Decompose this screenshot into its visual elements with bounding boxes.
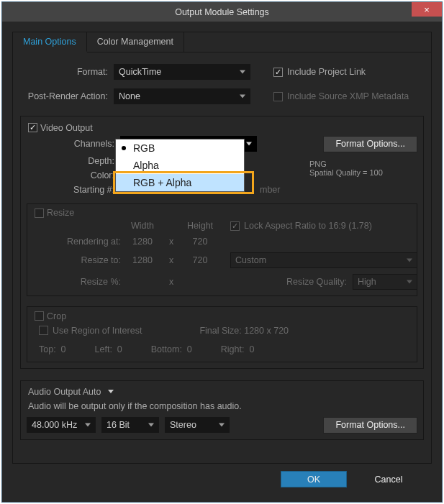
checkbox-icon: [273, 92, 283, 101]
channels-option-rgb-alpha[interactable]: RGB + Alpha: [116, 174, 244, 191]
lock-aspect[interactable]: Lock Aspect Ratio to 16:9 (1.78): [230, 221, 417, 231]
video-format-options-button[interactable]: Format Options...: [323, 136, 417, 152]
format-value: QuickTime: [119, 67, 161, 77]
chevron-down-icon: [240, 95, 245, 98]
video-output-label: Video Output: [40, 123, 93, 133]
height-header: Height: [178, 221, 222, 231]
main-panel: Main Options Color Management Format: Qu…: [12, 32, 432, 464]
chevron-down-icon: [108, 390, 114, 393]
resize-custom-value: Custom: [235, 255, 266, 265]
tab-bar: Main Options Color Management: [13, 32, 431, 52]
audio-group: Audio Output Auto Audio will be output o…: [20, 380, 424, 440]
resize-pct-label: Resize %:: [33, 277, 121, 287]
format-select[interactable]: QuickTime: [114, 64, 250, 80]
resize-quality-select[interactable]: High: [353, 274, 417, 290]
content: Main Options Color Management Format: Qu…: [2, 22, 442, 502]
crop-bottom-label: Bottom:: [151, 344, 182, 354]
width-header: Width: [121, 221, 164, 231]
x-sep3: x: [164, 277, 178, 287]
post-render-label: Post-Render Action:: [20, 91, 108, 101]
cancel-button[interactable]: Cancel: [360, 471, 417, 487]
window-title: Output Module Settings: [2, 7, 442, 17]
crop-bottom-value: 0: [187, 344, 192, 354]
audio-bits-select[interactable]: 16 Bit: [101, 417, 159, 433]
resize-title[interactable]: Resize: [32, 208, 77, 218]
crop-right-label: Right:: [221, 344, 245, 354]
ok-button[interactable]: OK: [281, 471, 347, 487]
starting-suffix: mber: [260, 185, 280, 195]
x-sep2: x: [164, 255, 178, 265]
resize-group: Resize Width Height Lock Aspect Ratio to…: [27, 203, 417, 297]
include-project-link[interactable]: Include Project Link: [273, 67, 366, 77]
crop-title[interactable]: Crop: [32, 311, 69, 321]
close-icon: ×: [424, 4, 430, 15]
titlebar: Output Module Settings ×: [2, 2, 442, 22]
post-render-value: None: [119, 91, 140, 101]
post-render-select[interactable]: None: [114, 88, 250, 104]
chevron-down-icon: [407, 280, 412, 284]
checkbox-icon: [28, 123, 37, 132]
checkbox-icon: [273, 68, 283, 77]
format-row: Format: QuickTime Include Project Link: [20, 64, 424, 80]
chevron-down-icon: [246, 142, 252, 145]
include-link-label: Include Project Link: [287, 67, 366, 77]
checkbox-icon: [39, 326, 48, 335]
resize-custom-select[interactable]: Custom: [230, 252, 417, 268]
channels-label: Channels:: [27, 139, 114, 149]
channels-dropdown-list: RGB Alpha RGB + Alpha: [115, 139, 245, 192]
audio-format-options-button[interactable]: Format Options...: [323, 417, 417, 434]
audio-rate-select[interactable]: 48.000 kHz: [27, 417, 96, 433]
dialog-window: Output Module Settings × Main Options Co…: [1, 1, 443, 503]
rendering-w: 1280: [121, 237, 164, 247]
video-output-group: Video Output Channels: RGB: [20, 116, 424, 369]
x-sep: x: [164, 237, 178, 247]
tab-color-management[interactable]: Color Management: [87, 32, 184, 52]
starting-label: Starting #:: [27, 185, 114, 195]
channels-option-rgb[interactable]: RGB: [116, 139, 244, 157]
depth-label: Depth:: [27, 156, 114, 166]
post-render-row: Post-Render Action: None Include Source …: [20, 88, 424, 104]
format-label: Format:: [20, 67, 108, 77]
chevron-down-icon: [219, 423, 225, 427]
channels-option-alpha[interactable]: Alpha: [116, 157, 244, 174]
checkbox-icon: [230, 221, 240, 231]
include-xmp-label: Include Source XMP Metadata: [287, 91, 409, 101]
checkbox-icon: [35, 311, 44, 321]
png-line2: Spatial Quality = 100: [309, 168, 417, 177]
footer-buttons: OK Cancel: [12, 464, 432, 498]
audio-rate: 48.000 kHz: [32, 420, 77, 430]
audio-title[interactable]: Audio Output Auto: [25, 387, 117, 397]
crop-left-value: 0: [117, 344, 122, 354]
crop-group: Crop Use Region of Interest Final Size: …: [27, 306, 417, 362]
use-roi-label: Use Region of Interest: [53, 326, 142, 336]
video-output-title[interactable]: Video Output: [25, 123, 96, 133]
crop-top-label: Top:: [39, 344, 56, 354]
crop-top-value: 0: [61, 344, 66, 354]
resize-w: 1280: [121, 255, 164, 265]
resize-grid: Width Height Lock Aspect Ratio to 16:9 (…: [33, 221, 411, 290]
rendering-h: 720: [178, 237, 222, 247]
crop-left-label: Left:: [95, 344, 112, 354]
audio-channels-select[interactable]: Stereo: [165, 417, 230, 433]
include-xmp[interactable]: Include Source XMP Metadata: [273, 91, 409, 101]
resize-label: Resize: [47, 208, 74, 218]
audio-bits: 16 Bit: [107, 420, 130, 430]
audio-channels: Stereo: [170, 420, 196, 430]
tab-main-options[interactable]: Main Options: [13, 32, 87, 52]
close-button[interactable]: ×: [412, 2, 442, 17]
crop-values: Top: 0 Left: 0 Bottom: 0 Right: 0: [33, 340, 411, 356]
chevron-down-icon: [407, 259, 412, 262]
chevron-down-icon: [240, 70, 245, 74]
resize-quality-label: Resize Quality:: [286, 277, 347, 287]
use-roi[interactable]: Use Region of Interest: [39, 326, 142, 336]
crop-label: Crop: [47, 311, 66, 321]
color-label: Color:: [27, 170, 114, 180]
chevron-down-icon: [148, 423, 154, 427]
crop-right-value: 0: [249, 344, 254, 354]
rendering-label: Rendering at:: [33, 237, 121, 247]
png-line1: PNG: [309, 160, 417, 168]
checkbox-icon: [35, 209, 44, 218]
audio-mode: Audio Output Auto: [28, 387, 101, 397]
final-size: Final Size: 1280 x 720: [199, 326, 289, 336]
tab-body: Format: QuickTime Include Project Link P…: [13, 52, 431, 463]
